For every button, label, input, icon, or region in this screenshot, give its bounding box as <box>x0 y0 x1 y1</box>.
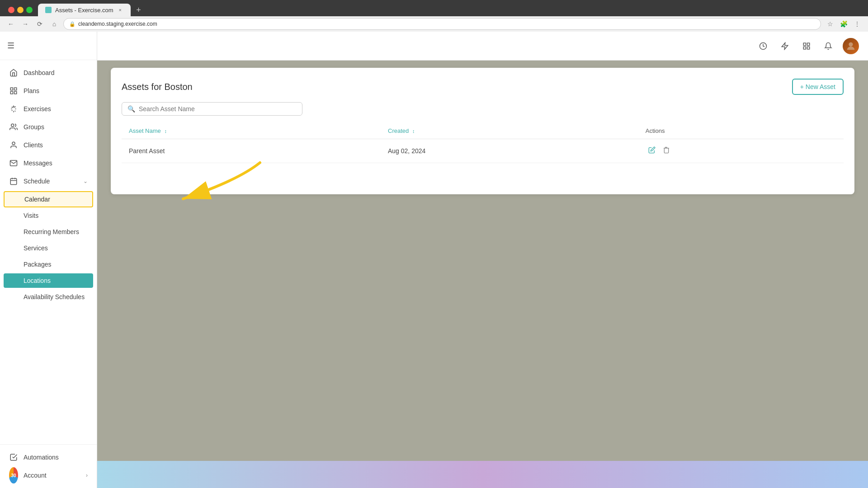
search-icon: 🔍 <box>127 105 135 113</box>
sidebar-item-automations[interactable]: Automations <box>0 448 97 466</box>
bottom-gradient <box>97 461 868 488</box>
col-created-label: Created <box>388 127 409 134</box>
schedule-submenu: Calendar Visits Recurring Members Servic… <box>0 190 97 306</box>
col-header-asset-name[interactable]: Asset Name ↕ <box>122 123 381 139</box>
sidebar-item-plans[interactable]: Plans <box>0 82 97 100</box>
svg-rect-15 <box>803 47 806 49</box>
sidebar-item-exercises[interactable]: Exercises <box>0 100 97 118</box>
refresh-button[interactable]: ⟳ <box>34 19 45 29</box>
automations-label: Automations <box>24 454 59 461</box>
submenu-item-availability-schedules[interactable]: Availability Schedules <box>0 289 97 305</box>
svg-rect-1 <box>14 88 17 90</box>
asset-actions-cell <box>638 139 844 163</box>
hamburger-menu[interactable]: ☰ <box>7 41 14 51</box>
lightning-icon[interactable] <box>778 39 792 53</box>
exercises-label: Exercises <box>24 105 51 113</box>
forward-button[interactable]: → <box>20 19 31 29</box>
notifications-icon[interactable] <box>821 39 835 53</box>
address-bar[interactable]: 🔒 cleandemo.staging.exercise.com <box>63 18 821 30</box>
toolbar-actions: ☆ 🧩 ⋮ <box>825 19 863 29</box>
browser-chrome: Assets - Exercise.com × + ← → ⟳ ⌂ 🔒 clea… <box>0 0 868 32</box>
minimize-button[interactable] <box>17 7 24 13</box>
dashboard-label: Dashboard <box>24 69 55 76</box>
sidebar-item-messages[interactable]: Messages <box>0 154 97 172</box>
messages-icon <box>9 159 18 168</box>
plans-icon <box>9 86 18 95</box>
tab-favicon <box>45 7 52 13</box>
submenu-item-services[interactable]: Services <box>0 240 97 256</box>
svg-rect-3 <box>10 92 13 94</box>
back-button[interactable]: ← <box>5 19 16 29</box>
schedule-chevron: ⌄ <box>83 178 88 184</box>
svg-point-4 <box>11 124 14 127</box>
user-avatar[interactable] <box>843 38 859 54</box>
svg-rect-6 <box>10 178 17 185</box>
submenu-item-calendar[interactable]: Calendar <box>4 191 93 207</box>
groups-icon <box>9 122 18 131</box>
messages-label: Messages <box>24 160 52 167</box>
svg-rect-2 <box>14 92 17 94</box>
lock-icon: 🔒 <box>69 21 75 27</box>
table-body: Parent Asset Aug 02, 2024 <box>122 139 844 163</box>
col-actions-label: Actions <box>646 127 665 134</box>
active-tab[interactable]: Assets - Exercise.com × <box>38 4 131 16</box>
sidebar-item-schedule[interactable]: Schedule ⌄ <box>0 172 97 190</box>
account-chevron: › <box>86 472 88 479</box>
col-header-created[interactable]: Created ↕ <box>381 123 638 139</box>
submenu-item-packages[interactable]: Packages <box>0 256 97 272</box>
extensions-icon[interactable]: 🧩 <box>838 19 849 29</box>
schedule-label: Schedule <box>24 178 50 185</box>
sidebar-item-groups[interactable]: Groups <box>0 118 97 136</box>
tab-close[interactable]: × <box>117 7 123 13</box>
submenu-item-locations[interactable]: Locations <box>4 273 93 288</box>
main-content: Assets for Boston + New Asset 🔍 Asset Na… <box>97 32 868 488</box>
new-asset-button[interactable]: + New Asset <box>792 79 844 95</box>
search-input[interactable] <box>139 105 297 113</box>
url-text: cleandemo.staging.exercise.com <box>78 21 157 27</box>
traffic-lights <box>5 7 36 13</box>
asset-name-cell: Parent Asset <box>122 139 381 163</box>
asset-created-cell: Aug 02, 2024 <box>381 139 638 163</box>
sidebar-nav: Dashboard Plans Exercises <box>0 60 97 444</box>
grid-icon[interactable] <box>799 39 814 53</box>
clients-icon <box>9 141 18 150</box>
svg-rect-12 <box>803 43 806 45</box>
new-tab-button[interactable]: + <box>132 4 145 16</box>
col-name-label: Asset Name <box>129 127 161 134</box>
sidebar-item-dashboard[interactable]: Dashboard <box>0 64 97 82</box>
assets-title: Assets for Boston <box>122 82 193 92</box>
groups-label: Groups <box>24 123 44 131</box>
sidebar: ☰ Dashboard Plans <box>0 32 97 488</box>
submenu-item-recurring-members[interactable]: Recurring Members <box>0 224 97 240</box>
search-container: 🔍 <box>122 102 302 116</box>
bookmark-icon[interactable]: ☆ <box>825 19 835 29</box>
account-icon: 30 <box>9 471 18 480</box>
sidebar-item-clients[interactable]: Clients <box>0 136 97 154</box>
app-layout: ☰ Dashboard Plans <box>0 32 868 488</box>
top-bar <box>97 32 868 61</box>
clock-icon[interactable] <box>756 39 770 53</box>
sort-icon-created: ↕ <box>412 128 415 134</box>
automations-icon <box>9 453 18 462</box>
clients-label: Clients <box>24 141 43 149</box>
plans-label: Plans <box>24 87 39 94</box>
assets-panel: Assets for Boston + New Asset 🔍 Asset Na… <box>111 68 854 194</box>
svg-rect-13 <box>807 43 810 45</box>
edit-asset-button[interactable] <box>646 145 658 157</box>
account-badge: 30 <box>9 467 18 483</box>
account-label: Account <box>24 472 47 479</box>
menu-icon[interactable]: ⋮ <box>852 19 863 29</box>
assets-table: Asset Name ↕ Created ↕ Actions <box>122 123 844 163</box>
maximize-button[interactable] <box>26 7 33 13</box>
table-header: Asset Name ↕ Created ↕ Actions <box>122 123 844 139</box>
svg-point-16 <box>849 42 853 46</box>
sidebar-item-account[interactable]: 30 Account › <box>0 466 97 484</box>
tab-title: Assets - Exercise.com <box>55 7 113 14</box>
delete-asset-button[interactable] <box>660 145 673 157</box>
close-button[interactable] <box>8 7 14 13</box>
home-button[interactable]: ⌂ <box>49 19 60 29</box>
svg-point-5 <box>12 142 15 145</box>
badge-count: 30 <box>11 473 16 478</box>
table-row: Parent Asset Aug 02, 2024 <box>122 139 844 163</box>
submenu-item-visits[interactable]: Visits <box>0 207 97 224</box>
